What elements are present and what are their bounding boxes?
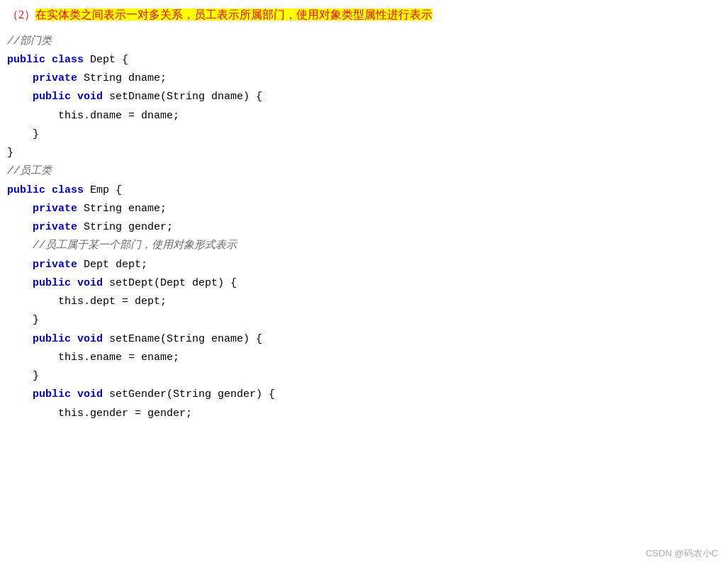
dept-class-open: public class Dept { xyxy=(7,51,721,69)
emp-class-comment: //员工类 xyxy=(7,162,721,181)
emp-setgender-open: public void setGender(String gender) { xyxy=(7,386,721,404)
code-area: //部门类 public class Dept { private String… xyxy=(0,30,728,426)
header-number: （2） xyxy=(7,9,35,21)
header-highlighted: 在实体类之间表示一对多关系，员工表示所属部门，使用对象类型属性进行表示 xyxy=(35,9,432,21)
emp-field-ename: private String ename; xyxy=(7,200,721,218)
emp-setgender-body: this.gender = gender; xyxy=(7,405,721,423)
dept-class-comment: //部门类 xyxy=(7,33,721,51)
emp-setename-open: public void setEname(String ename) { xyxy=(7,330,721,349)
emp-setename-body: this.ename = ename; xyxy=(7,349,721,367)
dept-setdname-body: this.dname = dname; xyxy=(7,107,721,125)
watermark: CSDN @码农小C xyxy=(646,547,718,560)
dept-setdname-close: } xyxy=(7,125,721,144)
dept-setdname-open: public void setDname(String dname) { xyxy=(7,88,721,106)
emp-setdept-body: this.dept = dept; xyxy=(7,293,721,311)
emp-setename-close: } xyxy=(7,367,721,386)
emp-field-gender: private String gender; xyxy=(7,218,721,237)
emp-setdept-open: public void setDept(Dept dept) { xyxy=(7,274,721,293)
emp-setdept-close: } xyxy=(7,311,721,330)
emp-class-open: public class Emp { xyxy=(7,181,721,200)
emp-field-dept: private Dept dept; xyxy=(7,256,721,274)
dept-class-close: } xyxy=(7,144,721,162)
header-description: （2）在实体类之间表示一对多关系，员工表示所属部门，使用对象类型属性进行表示 xyxy=(0,0,728,30)
page-container: （2）在实体类之间表示一对多关系，员工表示所属部门，使用对象类型属性进行表示 /… xyxy=(0,0,728,567)
dept-field-dname: private String dname; xyxy=(7,69,721,88)
emp-dept-comment: //员工属于某一个部门，使用对象形式表示 xyxy=(7,237,721,255)
